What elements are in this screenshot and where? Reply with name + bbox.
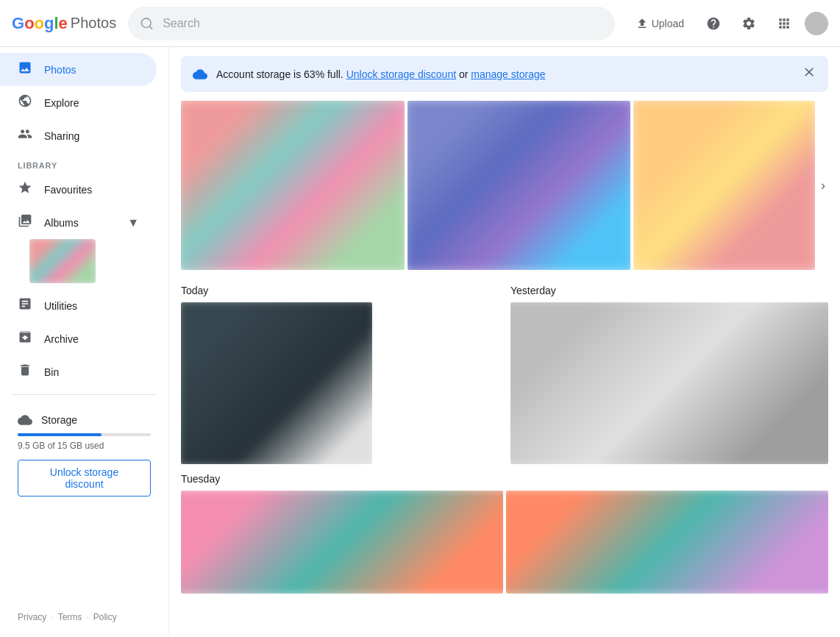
search-icon: [140, 16, 154, 31]
header-actions: Upload: [627, 9, 828, 38]
featured-photo-3[interactable]: [633, 101, 815, 270]
yesterday-label: Yesterday: [510, 276, 828, 302]
upload-button[interactable]: Upload: [627, 9, 693, 38]
today-section: Today: [181, 276, 499, 464]
chevron-down-icon: ▼: [127, 216, 139, 229]
banner-unlock-link[interactable]: Unlock storage discount: [346, 68, 456, 80]
sidebar-divider: [12, 394, 157, 395]
storage-section: Storage 9.5 GB of 15 GB used Unlock stor…: [0, 401, 168, 508]
storage-bar: [18, 433, 151, 436]
upload-icon: [636, 17, 649, 30]
cloud-icon: [18, 413, 32, 427]
search-bar: [128, 7, 615, 40]
main-area: Photos Explore Sharing LIBRARY Favourit: [0, 47, 840, 637]
sidebar-item-favourites-label: Favourites: [44, 184, 92, 196]
upload-label: Upload: [652, 18, 684, 29]
tuesday-section: Tuesday: [181, 464, 828, 594]
sidebar-item-explore-label: Explore: [44, 97, 79, 109]
yesterday-section: Yesterday: [510, 276, 828, 464]
search-input-wrap[interactable]: [128, 7, 615, 40]
tuesday-photo-2[interactable]: [506, 491, 828, 594]
album-thumbnail[interactable]: [29, 239, 96, 283]
sidebar-item-favourites[interactable]: Favourites: [0, 173, 157, 206]
today-photos: [181, 302, 499, 464]
footer-dot-2: ·: [86, 612, 88, 622]
today-photo-1-img: [181, 302, 372, 464]
archive-icon: [18, 330, 32, 348]
banner-close-button[interactable]: [802, 65, 816, 83]
yesterday-photos: [510, 302, 828, 464]
app-title: Photos: [71, 15, 116, 32]
sidebar-item-sharing[interactable]: Sharing: [0, 119, 157, 152]
gear-icon: [741, 16, 756, 31]
sidebar: Photos Explore Sharing LIBRARY Favourit: [0, 47, 169, 637]
banner-text: Account storage is 63% full. Unlock stor…: [216, 68, 793, 80]
photos-icon: [18, 60, 32, 79]
footer-dot-1: ·: [51, 612, 53, 622]
sidebar-item-bin-label: Bin: [44, 366, 59, 378]
unlock-storage-button[interactable]: Unlock storage discount: [18, 460, 151, 497]
photo-image-2: [407, 101, 631, 270]
yesterday-photo-1[interactable]: [510, 302, 828, 464]
header: Google Photos Upload: [0, 0, 840, 47]
scroll-indicator: ›: [818, 101, 828, 270]
utilities-icon: [18, 296, 32, 315]
sidebar-footer: Privacy · Terms · Policy: [0, 603, 168, 631]
settings-button[interactable]: [734, 9, 764, 38]
tuesday-label: Tuesday: [181, 464, 828, 491]
search-input[interactable]: [163, 17, 602, 30]
albums-icon: [18, 213, 32, 232]
app-container: Google Photos Upload: [0, 0, 840, 637]
help-button[interactable]: [699, 9, 728, 38]
sidebar-item-archive-label: Archive: [44, 333, 79, 345]
storage-header: Storage: [18, 413, 151, 427]
library-section-label: LIBRARY: [0, 152, 168, 173]
yesterday-photo-1-img: [510, 302, 828, 464]
help-icon: [706, 16, 721, 31]
tuesday-photos: [181, 491, 828, 594]
tuesday-photo-1[interactable]: [181, 491, 503, 594]
explore-icon: [18, 93, 32, 112]
sidebar-item-utilities[interactable]: Utilities: [0, 289, 157, 322]
sidebar-item-photos-label: Photos: [44, 64, 76, 76]
featured-photo-1[interactable]: [181, 101, 405, 270]
featured-photos-row: ›: [181, 101, 828, 270]
sidebar-item-utilities-label: Utilities: [44, 300, 77, 312]
banner-manage-link[interactable]: manage storage: [471, 68, 545, 80]
photos-grid: Today Yesterday: [169, 276, 840, 594]
content: Account storage is 63% full. Unlock stor…: [169, 47, 840, 637]
avatar[interactable]: [805, 12, 828, 35]
bin-icon: [18, 363, 32, 381]
close-icon: [802, 65, 816, 79]
sidebar-item-photos[interactable]: Photos: [0, 53, 157, 86]
sidebar-item-bin[interactable]: Bin: [0, 355, 157, 388]
google-logo: Google: [12, 14, 68, 33]
storage-label: Storage: [41, 414, 77, 426]
privacy-link[interactable]: Privacy: [18, 612, 46, 622]
apps-grid-icon: [777, 16, 791, 31]
sidebar-item-archive[interactable]: Archive: [0, 322, 157, 355]
today-photo-1[interactable]: [181, 302, 372, 464]
today-label: Today: [181, 276, 499, 302]
sidebar-item-albums-label: Albums: [44, 217, 79, 229]
svg-line-1: [149, 26, 152, 28]
tuesday-photo-1-img: [181, 491, 503, 594]
policy-link[interactable]: Policy: [93, 612, 117, 622]
apps-button[interactable]: [769, 9, 799, 38]
sidebar-item-sharing-label: Sharing: [44, 130, 79, 142]
today-yesterday-row: Today Yesterday: [181, 276, 828, 464]
terms-link[interactable]: Terms: [58, 612, 82, 622]
album-thumb-image: [29, 239, 96, 283]
storage-banner: Account storage is 63% full. Unlock stor…: [181, 56, 828, 92]
sidebar-item-explore[interactable]: Explore: [0, 86, 157, 119]
sidebar-item-albums[interactable]: Albums ▼: [0, 206, 157, 239]
photo-image-3: [633, 101, 815, 270]
featured-photo-2[interactable]: [407, 101, 631, 270]
storage-bar-fill: [18, 433, 102, 436]
photo-image-1: [181, 101, 405, 270]
tuesday-photo-2-img: [506, 491, 828, 594]
sharing-icon: [18, 127, 32, 145]
logo[interactable]: Google Photos: [12, 14, 116, 33]
favourites-icon: [18, 180, 32, 199]
banner-cloud-icon: [193, 67, 207, 82]
